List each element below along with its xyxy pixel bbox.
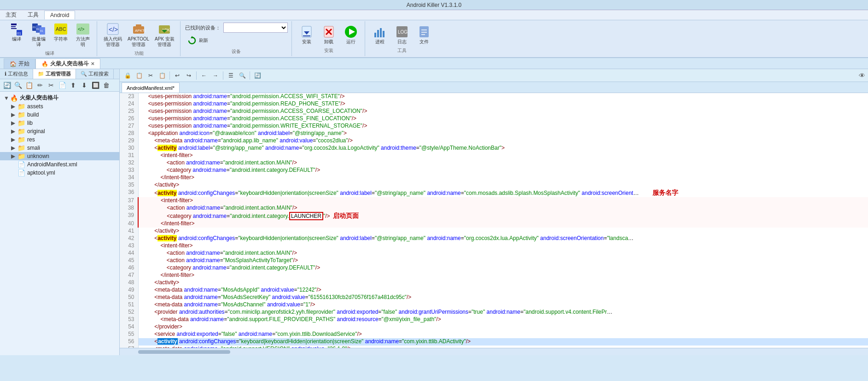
editor-tb-copy[interactable]: 📋: [134, 70, 144, 81]
code-line: <uses-permission android:name="android.p…: [138, 100, 868, 108]
code-line: </intent-filter>: [138, 174, 868, 182]
editor-tb-search2[interactable]: 🔍: [237, 70, 247, 81]
editor-tb-lock[interactable]: 🔒: [122, 70, 133, 81]
line-num: 42: [120, 235, 138, 242]
table-row: 33 <category android:name="android.inten…: [120, 167, 868, 174]
tree-item-apktool[interactable]: 📄 apktool.yml: [0, 169, 119, 177]
search-icon-panel: 🔍: [81, 71, 87, 76]
svg-text:01: 01: [17, 31, 21, 35]
tab-close-btn[interactable]: ✕: [91, 61, 94, 66]
file-tree: ▼ 🔥 火柴人突击格斗 ▶ 📁 assets ▶ 📁 build ▶: [0, 92, 119, 355]
panel-tab-manager[interactable]: 📁 工程管理器: [33, 69, 76, 79]
code-line: </intent-filter>: [138, 220, 868, 228]
toolbar-btn-apktool[interactable]: APKTOOL APKTOOL管理器: [126, 21, 151, 48]
editor-tb-redo[interactable]: ↪: [184, 70, 194, 81]
line-num: 24: [120, 100, 138, 108]
code-area[interactable]: 23 <uses-permission android:name="androi…: [120, 93, 868, 348]
table-row: 43 <intent-filter>: [120, 242, 868, 250]
tree-item-build[interactable]: ▶ 📁 build: [0, 111, 119, 119]
install-group-label: 安装: [324, 47, 333, 54]
panel-tb-delete[interactable]: 🗑: [101, 80, 111, 90]
editor-tb-paste[interactable]: 📋: [157, 70, 167, 81]
main-tab-bar: 🏠 开始 🔥 火柴人突击格斗 ✕: [0, 58, 868, 69]
toolbar-btn-process[interactable]: 进程: [370, 23, 390, 46]
table-row: 53 <meta-data android:name="android.supp…: [120, 316, 868, 323]
h-scroll-thumb[interactable]: [138, 350, 230, 354]
code-line: <uses-permission android:name="android.p…: [138, 108, 868, 115]
line-num: 57: [120, 346, 138, 348]
table-row: 45 <action android:name="MosSplashActivi…: [120, 257, 868, 264]
panel-tb-cut[interactable]: ✂: [46, 80, 56, 90]
panel-tb-up[interactable]: ⬆: [68, 80, 78, 90]
editor-tb-undo[interactable]: ↩: [172, 70, 182, 81]
toolbar-btn-string[interactable]: ABC 字符串: [51, 21, 71, 48]
tab-project[interactable]: 🔥 火柴人突击格斗 ✕: [35, 59, 100, 69]
table-row: 25 <uses-permission android:name="androi…: [120, 108, 868, 115]
tree-root[interactable]: ▼ 🔥 火柴人突击格斗: [0, 94, 119, 102]
table-row: 31 <intent-filter>: [120, 152, 868, 159]
toolbar-btn-edit[interactable]: 01 编译: [6, 21, 27, 48]
panel-tb-edit[interactable]: ✏: [35, 80, 45, 90]
toolbar-btn-method[interactable]: </> 方法声明: [73, 21, 93, 48]
panel-tb-refresh[interactable]: 🔄: [2, 80, 12, 90]
file-tab-bar: AndroidManifest.xml*: [120, 82, 868, 93]
tree-item-res[interactable]: ▶ 📁 res: [0, 135, 119, 144]
table-row: 40 </intent-filter>: [120, 220, 868, 228]
eye-btn[interactable]: 👁: [859, 72, 865, 79]
device-select[interactable]: [223, 23, 288, 33]
editor-tb-list[interactable]: ☰: [226, 70, 236, 81]
editor-tb-prev[interactable]: ←: [199, 70, 209, 81]
editor-tb-next[interactable]: →: [210, 70, 221, 81]
tree-expand-unknown: ▶: [11, 153, 17, 159]
edit-icon: 01: [9, 22, 24, 36]
file-icon: [417, 24, 431, 39]
process-label: 进程: [375, 39, 384, 45]
toolbar-btn-log[interactable]: LOG 日志: [392, 23, 412, 46]
file-tab-manifest[interactable]: AndroidManifest.xml*: [122, 82, 180, 93]
line-num: 35: [120, 182, 138, 189]
toolbar-group-func: </> 插入代码管理器 APKTOOL APKTOOL管理器 APK APK 安…: [98, 21, 181, 56]
app-title: Android Killer V1.3.1.0: [407, 2, 461, 8]
code-line: <application android:icon="@drawable/ico…: [138, 130, 868, 137]
tree-item-unknown[interactable]: ▶ 📁 unknown: [0, 152, 119, 160]
tree-item-smali[interactable]: ▶ 📁 smali: [0, 144, 119, 152]
tree-folder-smali-icon: 📁: [17, 144, 25, 152]
compile-group-label: 编译: [45, 50, 54, 57]
toolbar-btn-file[interactable]: 文件: [414, 23, 434, 46]
panel-tb-down[interactable]: ⬇: [79, 80, 89, 90]
tree-item-manifest[interactable]: 📄 AndroidManifest.xml: [0, 160, 119, 169]
toolbar-btn-inject[interactable]: </> 插入代码管理器: [102, 21, 124, 48]
tree-item-lib[interactable]: ▶ 📁 lib: [0, 119, 119, 127]
panel-tab-info[interactable]: ℹ 工程信息: [0, 69, 33, 79]
toolbar-btn-batch[interactable]: 010101 批量编译: [29, 21, 49, 48]
editor-tb-cut[interactable]: ✂: [146, 70, 156, 81]
panel-tb-paste[interactable]: 📄: [57, 80, 67, 90]
toolbar-btn-run[interactable]: 运行: [341, 23, 361, 46]
editor-sep2: [196, 71, 197, 80]
table-row: 29 <meta-data android:name="android.app.…: [120, 137, 868, 145]
menu-tools[interactable]: 工具: [22, 10, 44, 20]
svg-rect-35: [383, 31, 384, 37]
editor-tb-refresh2[interactable]: 🔄: [252, 70, 262, 81]
tab-home[interactable]: 🏠 开始: [4, 59, 35, 69]
toolbar-btn-refresh[interactable]: 刷新: [185, 35, 210, 47]
menu-android[interactable]: Android: [44, 11, 75, 19]
svg-text:</>: </>: [109, 26, 118, 33]
panel-tb-expand[interactable]: 🔲: [90, 80, 100, 90]
panel-tab-search[interactable]: 🔍 工程搜索: [76, 69, 114, 79]
tree-item-assets[interactable]: ▶ 📁 assets: [0, 102, 119, 111]
tree-item-original[interactable]: ▶ 📁 original: [0, 127, 119, 135]
h-scrollbar[interactable]: [120, 348, 868, 355]
toolbar-btn-apkinstall[interactable]: APK APK 安装管理器: [153, 21, 176, 48]
toolbar-btn-install[interactable]: 安装: [297, 23, 317, 46]
tree-file-manifest-icon: 📄: [17, 161, 25, 168]
table-row: 26 <uses-permission android:name="androi…: [120, 115, 868, 123]
toolbar-btn-uninstall[interactable]: 卸载: [319, 23, 339, 46]
svg-rect-2: [11, 28, 17, 29]
panel-tb-search[interactable]: 🔍: [13, 80, 23, 90]
menu-home[interactable]: 主页: [0, 10, 22, 20]
tree-folder-res-icon: 📁: [17, 136, 25, 143]
panel-tb-copy[interactable]: 📋: [24, 80, 34, 90]
tree-expand-res: ▶: [11, 136, 17, 143]
tree-expand-assets: ▶: [11, 103, 17, 110]
